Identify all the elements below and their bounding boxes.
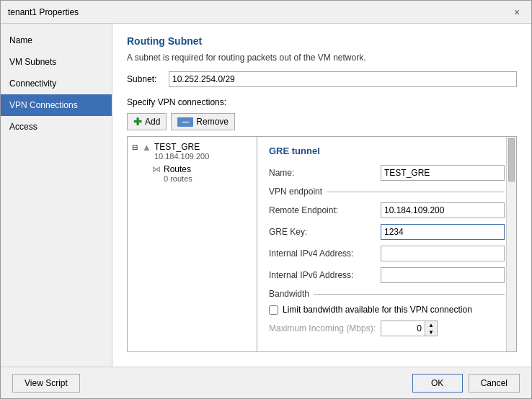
cancel-button[interactable]: Cancel: [469, 374, 520, 393]
internal-ipv4-input[interactable]: [381, 246, 505, 261]
gre-key-row: GRE Key:: [269, 224, 505, 240]
bandwidth-divider: [314, 294, 505, 295]
spinbox-down-button[interactable]: ▼: [425, 328, 437, 336]
window-title: tenant1 Properties: [8, 7, 79, 17]
routes-count: 0 routes: [164, 174, 192, 183]
vpn-endpoint-label: VPN endpoint: [269, 187, 322, 197]
name-input[interactable]: [381, 165, 505, 181]
tree-item-ip: 10.184.109.200: [154, 152, 209, 161]
limit-bandwidth-label: Limit bandwidth available for this VPN c…: [283, 305, 472, 315]
title-bar: tenant1 Properties ×: [1, 1, 531, 24]
footer: View Script OK Cancel: [1, 367, 531, 398]
remote-endpoint-row: Remote Endpoint:: [269, 202, 505, 218]
detail-panel: GRE tunnel Name: VPN endpoint Remote End…: [257, 137, 516, 351]
content-area: Name VM Subnets Connectivity VPN Connect…: [1, 24, 531, 367]
sidebar-item-vpn-connections[interactable]: VPN Connections: [1, 94, 112, 116]
sidebar: Name VM Subnets Connectivity VPN Connect…: [1, 24, 112, 367]
gre-key-input[interactable]: [381, 224, 505, 240]
vpn-endpoint-divider: [327, 192, 505, 192]
max-incoming-input[interactable]: [381, 321, 425, 336]
routes-icon: ⋈: [152, 164, 161, 174]
section-title: Routing Subnet: [127, 35, 517, 47]
bandwidth-section: Bandwidth: [269, 289, 505, 299]
tree-expand-icon: ⊟: [132, 143, 139, 151]
vpn-endpoint-section: VPN endpoint: [269, 187, 505, 197]
sidebar-item-access[interactable]: Access: [1, 116, 112, 138]
limit-bandwidth-row: Limit bandwidth available for this VPN c…: [269, 305, 505, 315]
spinbox-container: ▲ ▼: [381, 320, 438, 336]
toolbar: ✚ Add — Remove: [127, 113, 517, 130]
ok-button[interactable]: OK: [412, 374, 463, 393]
footer-left: View Script: [12, 374, 407, 393]
tree-child-routes: ⋈ Routes 0 routes: [128, 163, 257, 184]
limit-bandwidth-checkbox[interactable]: [269, 305, 278, 315]
sidebar-item-vm-subnets[interactable]: VM Subnets: [1, 51, 112, 73]
sidebar-item-name[interactable]: Name: [1, 30, 112, 51]
scrollbar[interactable]: [506, 137, 516, 351]
bandwidth-label: Bandwidth: [269, 289, 309, 299]
remove-icon: —: [177, 117, 193, 127]
view-script-button[interactable]: View Script: [12, 374, 80, 393]
vpn-connections-label: Specify VPN connections:: [127, 97, 517, 107]
scrollbar-thumb: [508, 138, 515, 181]
tree-item-gre[interactable]: ⊟ ▲ TEST_GRE 10.184.109.200: [128, 140, 257, 163]
add-button[interactable]: ✚ Add: [127, 113, 167, 130]
spinbox-up-button[interactable]: ▲: [425, 321, 437, 328]
detail-title: GRE tunnel: [269, 145, 505, 156]
subnet-row: Subnet:: [127, 71, 517, 87]
name-row: Name:: [269, 165, 505, 181]
max-incoming-label: Maximum Incoming (Mbps):: [269, 323, 381, 333]
main-panel: Routing Subnet A subnet is required for …: [112, 24, 531, 367]
tree-routes-item[interactable]: ⋈ Routes 0 routes: [148, 163, 257, 184]
add-icon: ✚: [133, 116, 142, 127]
routes-label: Routes: [164, 164, 192, 174]
subnet-label: Subnet:: [127, 74, 163, 84]
network-icon: ▲: [142, 142, 151, 153]
sidebar-item-connectivity[interactable]: Connectivity: [1, 73, 112, 94]
tree-item-name: TEST_GRE: [154, 142, 209, 152]
max-incoming-row: Maximum Incoming (Mbps): ▲ ▼: [269, 320, 505, 336]
internal-ipv4-label: Internal IPv4 Address:: [269, 248, 381, 259]
internal-ipv4-row: Internal IPv4 Address:: [269, 246, 505, 261]
dialog-window: tenant1 Properties × Name VM Subnets Con…: [0, 0, 532, 399]
remove-button[interactable]: — Remove: [171, 113, 235, 130]
gre-key-label: GRE Key:: [269, 227, 381, 237]
split-panel: ⊟ ▲ TEST_GRE 10.184.109.200 ⋈ Routes 0: [127, 136, 517, 352]
remote-endpoint-input[interactable]: [381, 202, 505, 218]
subnet-input[interactable]: [169, 71, 517, 87]
section-desc: A subnet is required for routing packets…: [127, 53, 517, 63]
tree-panel: ⊟ ▲ TEST_GRE 10.184.109.200 ⋈ Routes 0: [128, 137, 257, 351]
internal-ipv6-row: Internal IPv6 Address:: [269, 267, 505, 283]
name-label: Name:: [269, 168, 381, 178]
internal-ipv6-input[interactable]: [381, 267, 505, 283]
close-button[interactable]: ×: [510, 5, 524, 19]
internal-ipv6-label: Internal IPv6 Address:: [269, 270, 381, 280]
remote-endpoint-label: Remote Endpoint:: [269, 205, 381, 215]
spinbox-arrows: ▲ ▼: [425, 321, 437, 336]
